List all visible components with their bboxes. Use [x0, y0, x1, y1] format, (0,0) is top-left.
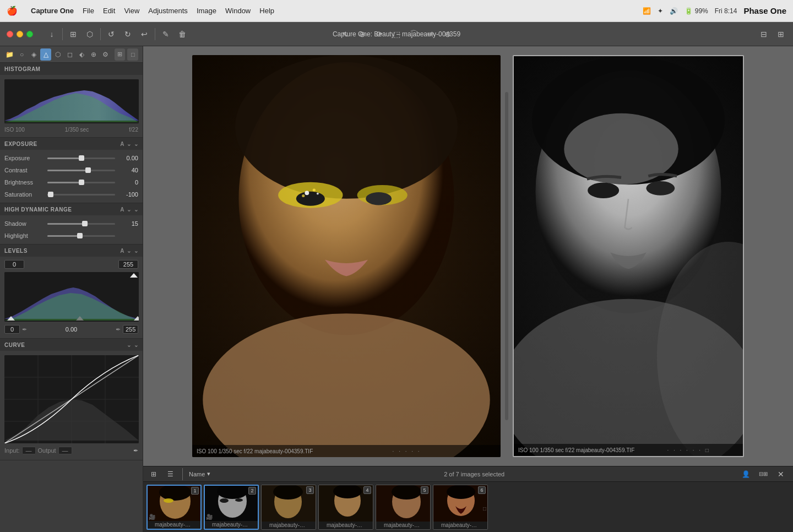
filmstrip-list-view[interactable]: ☰: [164, 468, 176, 480]
svg-point-41: [220, 498, 229, 503]
thumb-4[interactable]: 4 majabeauty-004450.TIF: [318, 485, 373, 530]
view-split[interactable]: ⊞: [115, 48, 126, 61]
exposure-expand[interactable]: ⌄: [127, 141, 132, 147]
minimize-button[interactable]: [17, 31, 23, 37]
menu-file[interactable]: File: [83, 7, 94, 15]
saturation-track[interactable]: [47, 194, 115, 196]
thumb-5[interactable]: 5 majabeauty-004475.TIF: [376, 485, 431, 530]
tab-capture[interactable]: ○: [17, 48, 28, 61]
tab-exposure[interactable]: ⬡: [52, 48, 63, 61]
toolbar-cursor[interactable]: ↖: [338, 26, 353, 42]
toolbar-straighten[interactable]: ⬚: [389, 26, 404, 42]
levels-eyedrop-mid[interactable]: ✒: [116, 326, 121, 333]
shadow-value: 15: [118, 220, 138, 227]
brightness-slider-row: Brightness 0: [0, 176, 143, 188]
thumb-3[interactable]: 3 majabeauty-004410.TIF: [261, 485, 316, 530]
tab-local[interactable]: ⬖: [76, 48, 87, 61]
photo-color: ISO 100 1/350 sec f/22 majabeauty-004359…: [192, 55, 501, 457]
levels-black-input[interactable]: 0: [4, 260, 24, 269]
levels-header[interactable]: LEVELS A ⌄ ⌄: [0, 245, 143, 257]
filmstrip-user[interactable]: 👤: [738, 466, 753, 482]
hdr-header[interactable]: HIGH DYNAMIC RANGE A ⌄ ⌄: [0, 203, 143, 215]
tab-library[interactable]: 📁: [4, 48, 15, 61]
toolbar-import[interactable]: ↓: [44, 26, 59, 42]
histogram-header[interactable]: HISTOGRAM: [0, 63, 143, 75]
menu-capture-one[interactable]: Capture One: [31, 7, 74, 15]
levels-white-input[interactable]: 255: [118, 260, 138, 269]
brightness-track[interactable]: [47, 182, 115, 183]
toolbar-brush[interactable]: ✏: [423, 26, 438, 42]
toolbar-rotate[interactable]: ⟳: [372, 26, 387, 42]
tab-meta[interactable]: ⊕: [88, 48, 99, 61]
menu-view[interactable]: View: [124, 7, 139, 15]
menu-edit[interactable]: Edit: [103, 7, 115, 15]
maximize-button[interactable]: [26, 31, 33, 37]
toolbar-minimize[interactable]: ⊟: [756, 26, 772, 42]
curve-menu[interactable]: ⌄: [134, 342, 139, 348]
exposure-label: EXPOSURE: [4, 141, 37, 147]
levels-output-white[interactable]: 255: [123, 325, 138, 334]
menu-adjustments[interactable]: Adjustments: [148, 7, 188, 15]
levels-output-black[interactable]: 0: [4, 325, 20, 334]
exposure-header[interactable]: EXPOSURE A ⌄ ⌄: [0, 138, 143, 150]
photo-bw-info-bar: ISO 100 1/350 sec f/22 majabeauty-004359…: [514, 444, 743, 456]
traffic-lights: [7, 31, 33, 37]
thumb-6[interactable]: 6 □ majabeauty-004503.TIF: [433, 485, 488, 530]
photo-bw-dots: · · · · · · □: [639, 447, 738, 453]
toolbar-keystone[interactable]: ⌒: [406, 26, 421, 42]
curve-expand[interactable]: ⌄: [127, 342, 132, 348]
toolbar-zoom[interactable]: ⊕: [355, 26, 370, 42]
filmstrip-zoom[interactable]: ⊟⊞: [756, 466, 771, 482]
exposure-track[interactable]: [47, 158, 115, 159]
shadow-slider-row: Shadow 15: [0, 218, 143, 230]
levels-expand[interactable]: ⌄: [127, 248, 132, 254]
curve-header[interactable]: CURVE ⌄ ⌄: [0, 339, 143, 351]
toolbar-edit[interactable]: ✎: [158, 26, 173, 42]
filmstrip-grid-view[interactable]: ⊞: [148, 468, 160, 480]
toolbar-grid[interactable]: ⊞: [66, 26, 81, 42]
menu-image[interactable]: Image: [197, 7, 216, 15]
contrast-track[interactable]: [47, 170, 115, 171]
curve-canvas[interactable]: [4, 355, 139, 443]
toolbar-redo[interactable]: ↻: [120, 26, 135, 42]
exposure-value: 0.00: [118, 155, 138, 161]
filmstrip-sort[interactable]: Name ▾: [189, 470, 210, 477]
hist-iso: ISO 100: [4, 127, 25, 133]
menu-help[interactable]: Help: [259, 7, 274, 15]
clock: Fri 8:14: [715, 7, 737, 15]
thumb-1-num: 1: [191, 487, 199, 495]
thumb-2-num: 2: [248, 487, 256, 495]
menu-window[interactable]: Window: [225, 7, 251, 15]
levels-menu[interactable]: ⌄: [134, 248, 139, 254]
thumb-6-badge: □: [483, 506, 486, 512]
curve-eyedrop[interactable]: ✒: [133, 447, 138, 454]
tab-settings[interactable]: ⚙: [100, 48, 111, 61]
tab-details[interactable]: ◻: [64, 48, 75, 61]
levels-eyedrop-black[interactable]: ✒: [22, 326, 27, 333]
toolbar-expand[interactable]: ⊞: [773, 26, 789, 42]
tab-color[interactable]: △: [40, 48, 51, 61]
highlight-track[interactable]: [47, 235, 115, 237]
toolbar-crop[interactable]: ⬡: [82, 26, 97, 42]
thumb-4-label: majabeauty-004450.TIF: [319, 522, 373, 529]
toolbar-undo[interactable]: ↺: [104, 26, 119, 42]
thumb-1[interactable]: 1 🎥 majabeauty-004359.TIF: [146, 485, 202, 530]
exposure-menu[interactable]: ⌄: [134, 141, 139, 147]
toolbar-clone[interactable]: ⊜: [440, 26, 455, 42]
hdr-menu[interactable]: ⌄: [134, 207, 139, 213]
toolbar-reset[interactable]: ↩: [137, 26, 152, 42]
toolbar-delete[interactable]: 🗑: [175, 26, 190, 42]
svg-point-16: [235, 55, 458, 199]
tab-lens[interactable]: ◈: [28, 48, 39, 61]
close-button[interactable]: [7, 31, 13, 37]
shadow-track[interactable]: [47, 223, 115, 225]
thumb-5-name: majabeauty-004475.TIF: [384, 522, 422, 528]
thumb-2[interactable]: 2 🎥 majabeauty-004389.TIF: [204, 485, 259, 530]
filmstrip-close[interactable]: ✕: [773, 466, 789, 482]
thumb-5-label: majabeauty-004475.TIF: [376, 522, 430, 529]
view-single[interactable]: □: [127, 48, 138, 61]
apple-menu[interactable]: 🍎: [7, 6, 18, 16]
thumb-4-img: 4: [319, 485, 373, 522]
hdr-expand[interactable]: ⌄: [127, 207, 132, 213]
curve-label: CURVE: [4, 342, 25, 348]
